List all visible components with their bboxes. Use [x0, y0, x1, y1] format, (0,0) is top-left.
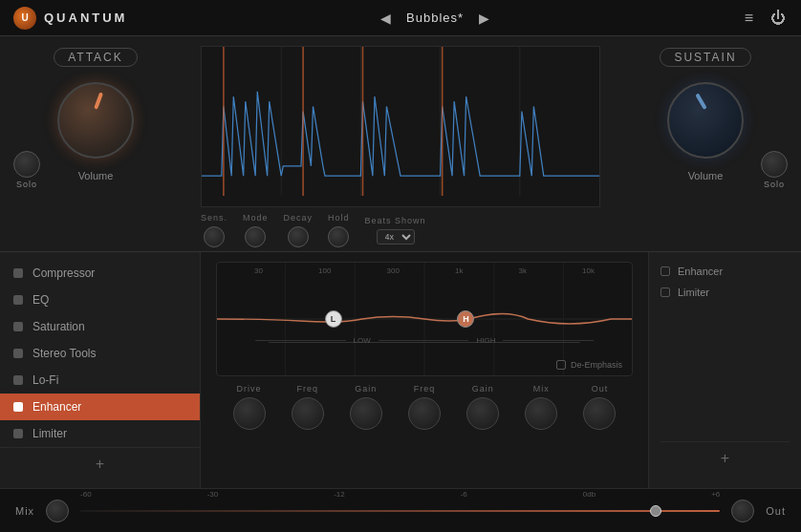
attack-volume-label: Volume	[78, 170, 114, 181]
sustain-solo-area: Solo	[761, 151, 788, 189]
eq-knob-drive: Drive	[220, 384, 278, 430]
sidebar-label-compressor: Compressor	[32, 266, 95, 280]
sidebar-add-button[interactable]: +	[0, 447, 200, 480]
waveform-display	[201, 46, 600, 207]
sustain-title: Sustain	[660, 48, 750, 67]
sidebar-dot-stereo-tools	[13, 349, 23, 358]
beats-shown-select[interactable]: 4x 2x 1x 8x	[377, 229, 415, 245]
sidebar-item-eq[interactable]: EQ	[0, 287, 200, 313]
sidebar-dot-limiter	[13, 429, 23, 438]
slider-marks: -60 -30 -12 -6 0db +6	[80, 490, 720, 499]
eq-curve-svg	[217, 263, 632, 375]
sidebar-label-eq: EQ	[32, 293, 49, 307]
beats-shown-label: Beats Shown	[365, 216, 426, 225]
prev-preset-button[interactable]: ◀	[375, 9, 397, 28]
eq-knob-out: Out	[571, 384, 629, 430]
eq-display: 30 100 300 1k 3k 10k	[216, 262, 633, 376]
sidebar-dot-compressor	[13, 268, 23, 278]
de-emphasis-control: De-Emphasis	[556, 360, 622, 370]
beats-shown-control: Beats Shown 4x 2x 1x 8x	[365, 216, 426, 245]
top-bar-left: U QUANTUM	[13, 7, 127, 30]
waveform-controls: Sens. Mode Decay Hold Beats Shown	[201, 207, 600, 251]
mode-knob[interactable]	[245, 226, 266, 247]
top-section: Attack Volume Solo	[0, 36, 801, 252]
high-label: HIGH	[472, 336, 499, 345]
drive-label: Drive	[237, 384, 262, 394]
attack-solo-label: Solo	[16, 180, 37, 189]
mix-slider[interactable]: -60 -30 -12 -6 0db +6	[80, 501, 720, 521]
eq-panel: 30 100 300 1k 3k 10k	[201, 252, 648, 488]
sidebar-item-limiter[interactable]: Limiter	[0, 420, 200, 447]
decay-control: Decay	[284, 213, 314, 247]
top-bar: U QUANTUM ◀ Bubbles* ▶ ≡ ⏻	[0, 0, 801, 36]
decay-label: Decay	[284, 213, 314, 223]
low-label: LOW	[350, 336, 375, 345]
sustain-solo-label: Solo	[764, 180, 785, 189]
sustain-volume-knob[interactable]	[667, 82, 744, 159]
gain-low-knob[interactable]	[350, 397, 382, 430]
out-knob[interactable]	[731, 500, 754, 522]
eq-out-knob[interactable]	[583, 397, 616, 430]
right-panel: Enhancer Limiter +	[648, 252, 801, 488]
sustain-panel: Sustain Volume Solo	[610, 36, 801, 251]
attack-solo-area: Solo	[13, 151, 40, 189]
gain-low-label: Gain	[355, 384, 377, 394]
menu-button[interactable]: ≡	[743, 8, 755, 29]
right-item-limiter[interactable]: Limiter	[660, 287, 790, 298]
sidebar-item-lo-fi[interactable]: Lo-Fi	[0, 367, 200, 394]
sidebar-label-limiter: Limiter	[32, 427, 67, 440]
sidebar-item-stereo-tools[interactable]: Stereo Tools	[0, 340, 200, 367]
sidebar-dot-lo-fi	[13, 375, 23, 385]
sidebar-item-saturation[interactable]: Saturation	[0, 313, 200, 340]
mix-knob[interactable]	[46, 500, 69, 522]
freq-high-knob[interactable]	[408, 397, 441, 430]
right-add-button[interactable]: +	[660, 441, 790, 475]
preset-name: Bubbles*	[406, 11, 464, 25]
sidebar-dot-eq	[13, 295, 23, 305]
freq-low-knob[interactable]	[292, 397, 324, 430]
right-dot-limiter	[660, 287, 670, 297]
eq-knobs-row: Drive Freq Gain Freq	[216, 384, 633, 430]
attack-panel: Attack Volume Solo	[0, 36, 191, 251]
drive-knob[interactable]	[233, 397, 266, 430]
sens-label: Sens.	[201, 213, 227, 223]
sustain-volume-label: Volume	[688, 170, 724, 181]
sidebar-label-saturation: Saturation	[32, 320, 85, 333]
eq-mix-knob[interactable]	[525, 397, 557, 430]
decay-knob[interactable]	[288, 226, 309, 247]
de-emphasis-checkbox[interactable]	[556, 360, 566, 370]
gain-high-knob[interactable]	[466, 397, 499, 430]
sidebar-item-compressor[interactable]: Compressor	[0, 260, 200, 287]
sustain-solo-knob[interactable]	[761, 151, 788, 178]
sens-knob[interactable]	[204, 226, 225, 247]
right-label-limiter: Limiter	[678, 287, 709, 298]
sens-control: Sens.	[201, 213, 227, 247]
right-item-enhancer[interactable]: Enhancer	[660, 266, 790, 277]
app-logo: U	[13, 7, 36, 30]
eq-handle-low[interactable]: L	[325, 310, 342, 328]
sidebar-dot-enhancer	[13, 402, 23, 412]
sidebar-item-enhancer[interactable]: Enhancer	[0, 394, 200, 420]
waveform-panel: Sens. Mode Decay Hold Beats Shown	[191, 36, 610, 251]
preset-selector: ◀ Bubbles* ▶	[375, 9, 495, 28]
power-button[interactable]: ⏻	[769, 8, 788, 29]
waveform-svg	[202, 47, 599, 196]
slider-track	[80, 510, 720, 512]
attack-solo-knob[interactable]	[13, 151, 40, 178]
mode-control: Mode	[243, 213, 269, 247]
freq-high-label: Freq	[414, 384, 436, 394]
eq-knob-freq-low: Freq	[278, 384, 336, 430]
sidebar-label-stereo-tools: Stereo Tools	[32, 347, 97, 360]
mix-label: Mix	[15, 505, 34, 517]
out-knob-label: Out	[592, 384, 609, 394]
eq-handle-high[interactable]: H	[457, 310, 474, 328]
attack-volume-knob[interactable]	[57, 82, 134, 159]
main-area: Attack Volume Solo	[0, 36, 801, 532]
mix-knob-label: Mix	[533, 384, 550, 394]
next-preset-button[interactable]: ▶	[473, 9, 495, 28]
sidebar-label-lo-fi: Lo-Fi	[32, 373, 58, 387]
bottom-bar: Mix -60 -30 -12 -6 0db +6 Out	[0, 488, 801, 532]
slider-thumb[interactable]	[650, 505, 661, 517]
hold-knob[interactable]	[328, 226, 349, 247]
attack-title: Attack	[54, 48, 138, 67]
